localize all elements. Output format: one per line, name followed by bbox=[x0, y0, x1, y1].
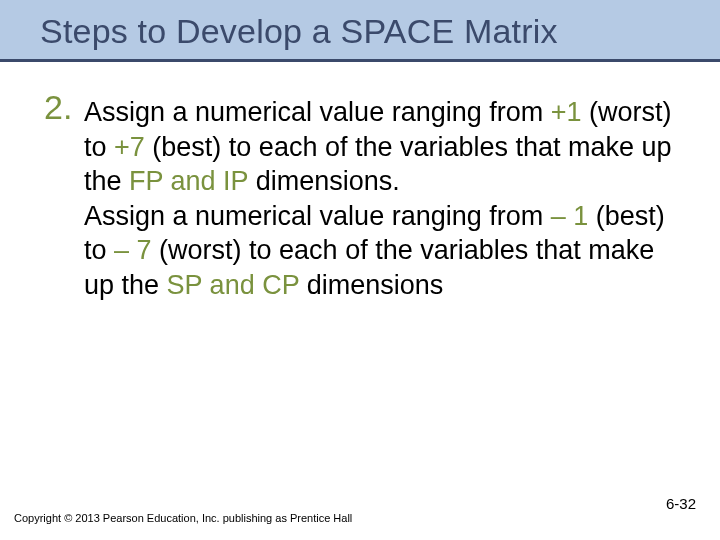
page-title: Steps to Develop a SPACE Matrix bbox=[40, 12, 700, 51]
text-run: Assign a numerical value ranging from bbox=[84, 97, 551, 127]
text-run: dimensions bbox=[299, 270, 443, 300]
item-number: 2. bbox=[44, 90, 78, 124]
item-body: Assign a numerical value ranging from +1… bbox=[84, 90, 686, 302]
highlight-sp-cp: SP and CP bbox=[167, 270, 300, 300]
highlight-fp-ip: FP and IP bbox=[129, 166, 248, 196]
highlight-minus7: – 7 bbox=[114, 235, 152, 265]
content-area: 2. Assign a numerical value ranging from… bbox=[0, 62, 720, 302]
text-run: Assign a numerical value ranging from bbox=[84, 201, 551, 231]
text-run: dimensions. bbox=[248, 166, 400, 196]
highlight-plus1: +1 bbox=[551, 97, 582, 127]
title-band: Steps to Develop a SPACE Matrix bbox=[0, 0, 720, 62]
page-number: 6-32 bbox=[666, 495, 696, 512]
list-item: 2. Assign a numerical value ranging from… bbox=[44, 90, 686, 302]
highlight-plus7: +7 bbox=[114, 132, 145, 162]
copyright-text: Copyright © 2013 Pearson Education, Inc.… bbox=[14, 512, 352, 524]
highlight-minus1: – 1 bbox=[551, 201, 589, 231]
